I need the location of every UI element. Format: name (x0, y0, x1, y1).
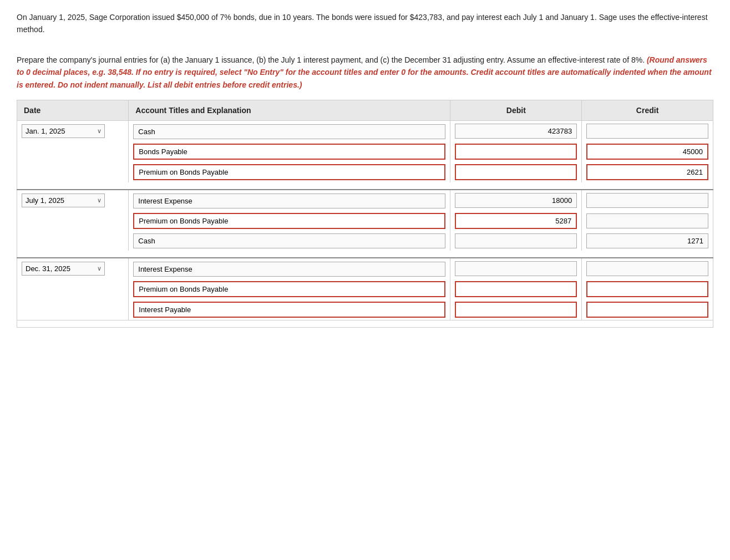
intro-paragraph1: On January 1, 2025, Sage Corporation iss… (17, 11, 713, 36)
credit-input[interactable] (586, 233, 708, 248)
date-cell: Jan. 1, 2025July 1, 2025Dec. 31, 2025 (17, 120, 129, 141)
spacer-row (17, 251, 713, 258)
date-cell (17, 141, 129, 162)
date-cell (17, 211, 129, 231)
account-input[interactable] (133, 262, 445, 277)
debit-input[interactable] (455, 261, 577, 276)
credit-cell (582, 162, 713, 182)
date-select[interactable]: Jan. 1, 2025July 1, 2025Dec. 31, 2025 (22, 194, 105, 207)
account-cell (129, 231, 450, 251)
credit-input[interactable] (586, 302, 708, 318)
credit-cell (582, 120, 713, 141)
account-cell (129, 120, 450, 141)
date-cell (17, 162, 129, 182)
credit-cell (582, 231, 713, 251)
credit-cell (582, 211, 713, 231)
account-input[interactable] (133, 302, 445, 318)
credit-input[interactable] (586, 261, 708, 276)
account-input[interactable] (133, 213, 445, 229)
debit-cell (450, 299, 582, 320)
spacer-row (17, 182, 713, 190)
account-cell (129, 258, 450, 279)
credit-cell (582, 299, 713, 320)
date-cell (17, 279, 129, 299)
debit-input[interactable] (455, 164, 577, 180)
table-header-row: Date Account Titles and Explanation Debi… (17, 100, 713, 120)
table-row: Jan. 1, 2025July 1, 2025Dec. 31, 2025 (17, 120, 713, 141)
debit-cell (450, 141, 582, 162)
header-debit: Debit (450, 100, 582, 120)
date-select-wrapper[interactable]: Jan. 1, 2025July 1, 2025Dec. 31, 2025 (22, 124, 105, 138)
intro-paragraph2: Prepare the company's journal entries fo… (17, 54, 713, 91)
header-date: Date (17, 100, 129, 120)
credit-input[interactable] (586, 164, 708, 180)
table-row (17, 141, 713, 162)
date-cell: Jan. 1, 2025July 1, 2025Dec. 31, 2025 (17, 190, 129, 211)
date-select-wrapper[interactable]: Jan. 1, 2025July 1, 2025Dec. 31, 2025 (22, 194, 105, 207)
debit-cell (450, 231, 582, 251)
credit-input[interactable] (586, 281, 708, 297)
account-input[interactable] (133, 124, 445, 139)
table-row (17, 299, 713, 320)
account-input[interactable] (133, 144, 445, 160)
table-row (17, 231, 713, 251)
account-cell (129, 190, 450, 211)
debit-cell (450, 162, 582, 182)
debit-input[interactable] (455, 124, 577, 139)
credit-cell (582, 279, 713, 299)
table-row: Jan. 1, 2025July 1, 2025Dec. 31, 2025 (17, 258, 713, 279)
account-cell (129, 162, 450, 182)
debit-input[interactable] (455, 302, 577, 318)
debit-cell (450, 120, 582, 141)
credit-input[interactable] (586, 193, 708, 208)
date-cell (17, 231, 129, 251)
header-credit: Credit (582, 100, 713, 120)
journal-table: Date Account Titles and Explanation Debi… (17, 100, 713, 328)
header-account: Account Titles and Explanation (129, 100, 450, 120)
debit-cell (450, 211, 582, 231)
debit-cell (450, 190, 582, 211)
account-input[interactable] (133, 164, 445, 180)
date-select[interactable]: Jan. 1, 2025July 1, 2025Dec. 31, 2025 (22, 124, 105, 138)
credit-cell (582, 190, 713, 211)
debit-input[interactable] (455, 233, 577, 248)
account-cell (129, 141, 450, 162)
debit-cell (450, 279, 582, 299)
credit-input[interactable] (586, 213, 708, 228)
credit-input[interactable] (586, 124, 708, 139)
account-input[interactable] (133, 233, 445, 248)
credit-input[interactable] (586, 144, 708, 160)
date-cell: Jan. 1, 2025July 1, 2025Dec. 31, 2025 (17, 258, 129, 279)
credit-cell (582, 258, 713, 279)
debit-input[interactable] (455, 213, 577, 229)
date-cell (17, 299, 129, 320)
bottom-border-row (17, 320, 713, 327)
table-row: Jan. 1, 2025July 1, 2025Dec. 31, 2025 (17, 190, 713, 211)
debit-input[interactable] (455, 281, 577, 297)
account-cell (129, 279, 450, 299)
table-row (17, 162, 713, 182)
account-cell (129, 211, 450, 231)
debit-cell (450, 258, 582, 279)
date-select-wrapper[interactable]: Jan. 1, 2025July 1, 2025Dec. 31, 2025 (22, 262, 105, 276)
table-row (17, 279, 713, 299)
account-cell (129, 299, 450, 320)
debit-input[interactable] (455, 193, 577, 208)
table-row (17, 211, 713, 231)
credit-cell (582, 141, 713, 162)
account-input[interactable] (133, 194, 445, 208)
account-input[interactable] (133, 281, 445, 297)
debit-input[interactable] (455, 144, 577, 160)
date-select[interactable]: Jan. 1, 2025July 1, 2025Dec. 31, 2025 (22, 262, 105, 276)
